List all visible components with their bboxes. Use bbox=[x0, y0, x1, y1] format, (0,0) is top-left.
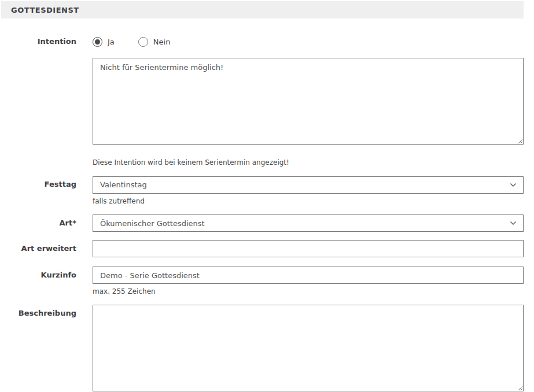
kurzinfo-helper-row: max. 255 Zeichen bbox=[1, 287, 524, 297]
intention-label: Intention bbox=[1, 37, 76, 46]
intention-radio-group: Ja Nein bbox=[93, 37, 524, 47]
gottesdienst-form: Intention Ja Nein Nicht für Serientermin… bbox=[1, 37, 524, 392]
intention-row: Intention Ja Nein bbox=[1, 37, 524, 47]
festtag-control: Valentinstag bbox=[93, 176, 524, 194]
kurzinfo-control bbox=[93, 267, 524, 284]
chevron-down-icon bbox=[510, 183, 517, 187]
intention-note-label-spacer bbox=[1, 58, 76, 62]
section-header: GOTTESDIENST bbox=[1, 1, 524, 19]
kurzinfo-label: Kurzinfo bbox=[1, 271, 76, 280]
art-erweitert-control bbox=[93, 240, 524, 257]
intention-note-row: Nicht für Serientermine möglich! bbox=[1, 58, 524, 147]
section-title: GOTTESDIENST bbox=[11, 6, 79, 14]
kurzinfo-helper-text: max. 255 Zeichen bbox=[93, 287, 524, 297]
art-erweitert-input[interactable] bbox=[93, 240, 524, 257]
art-row: Art* Ökumenischer Gottesdienst bbox=[1, 215, 524, 232]
radio-ja-icon[interactable] bbox=[93, 37, 102, 47]
beschreibung-textarea[interactable] bbox=[93, 305, 524, 391]
art-erweitert-row: Art erweitert bbox=[1, 240, 524, 257]
intention-note-textarea[interactable]: Nicht für Serientermine möglich! bbox=[93, 58, 524, 145]
art-select-value: Ökumenischer Gottesdienst bbox=[100, 219, 205, 228]
art-control: Ökumenischer Gottesdienst bbox=[93, 215, 524, 232]
intention-option-ja[interactable]: Ja bbox=[93, 37, 115, 47]
kurzinfo-input[interactable] bbox=[93, 267, 524, 284]
festtag-helper-text: falls zutreffend bbox=[93, 197, 524, 206]
gottesdienst-section: GOTTESDIENST Intention Ja Nein Nicht für… bbox=[1, 1, 524, 392]
kurzinfo-row: Kurzinfo bbox=[1, 267, 524, 284]
festtag-label: Festtag bbox=[1, 180, 76, 189]
art-erweitert-label: Art erweitert bbox=[1, 244, 76, 253]
festtag-select[interactable]: Valentinstag bbox=[93, 176, 524, 194]
intention-option-nein[interactable]: Nein bbox=[138, 37, 171, 47]
chevron-down-icon bbox=[510, 221, 517, 225]
intention-helper-row: Diese Intention wird bei keinem Seriente… bbox=[1, 158, 524, 168]
radio-nein-icon[interactable] bbox=[138, 37, 148, 47]
beschreibung-row: Beschreibung bbox=[1, 305, 524, 392]
festtag-select-value: Valentinstag bbox=[100, 180, 147, 189]
intention-helper-text: Diese Intention wird bei keinem Seriente… bbox=[93, 158, 524, 168]
art-select[interactable]: Ökumenischer Gottesdienst bbox=[93, 215, 524, 232]
beschreibung-control bbox=[93, 305, 524, 392]
art-label: Art* bbox=[1, 219, 76, 228]
beschreibung-label: Beschreibung bbox=[1, 305, 76, 318]
festtag-helper-row: falls zutreffend bbox=[1, 197, 524, 206]
radio-nein-label[interactable]: Nein bbox=[153, 38, 171, 46]
festtag-row: Festtag Valentinstag bbox=[1, 176, 524, 194]
intention-note-control: Nicht für Serientermine möglich! bbox=[93, 58, 524, 147]
radio-ja-label[interactable]: Ja bbox=[108, 38, 115, 46]
